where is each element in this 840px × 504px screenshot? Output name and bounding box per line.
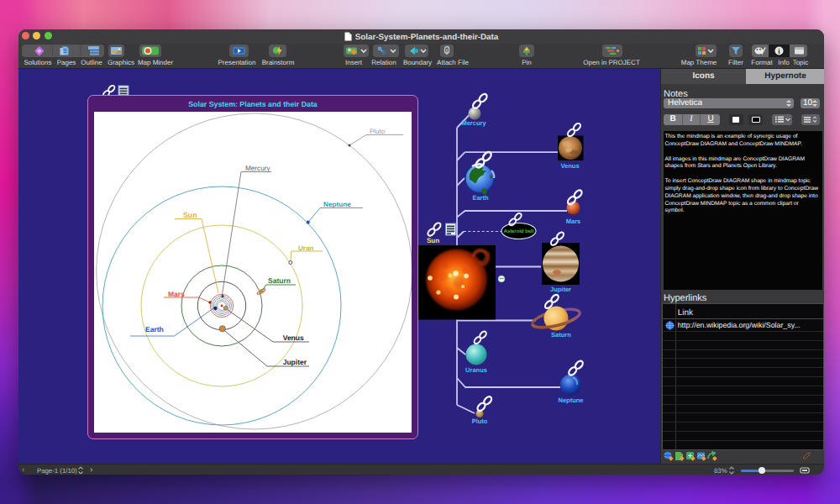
svg-text:Neptune: Neptune [559,396,584,404]
svg-text:Venus: Venus [282,333,303,342]
svg-text:Sun: Sun [427,237,439,244]
svg-text:Earth: Earth [472,194,489,202]
svg-text:Saturn: Saturn [551,331,571,339]
svg-text:Asteroid belt: Asteroid belt [504,228,534,234]
svg-text:Uran: Uran [298,244,313,251]
svg-text:Venus: Venus [560,162,579,170]
svg-text:i: i [778,46,780,55]
svg-text:Pluto: Pluto [370,128,386,135]
svg-text:Jupiter: Jupiter [282,358,307,366]
svg-text:Mars: Mars [566,218,581,225]
svg-text:Mercury: Mercury [245,165,270,172]
svg-text:Uranus: Uranus [465,366,487,374]
svg-text:Mars: Mars [168,289,185,297]
svg-text:Mercury: Mercury [461,119,486,127]
svg-text:Neptune: Neptune [323,201,351,208]
svg-text:Saturn: Saturn [268,276,291,285]
svg-text:Sun: Sun [183,211,197,219]
svg-text:Jupiter: Jupiter [550,286,571,293]
svg-text:Earth: Earth [145,325,164,333]
svg-text:Pluto: Pluto [472,417,488,425]
